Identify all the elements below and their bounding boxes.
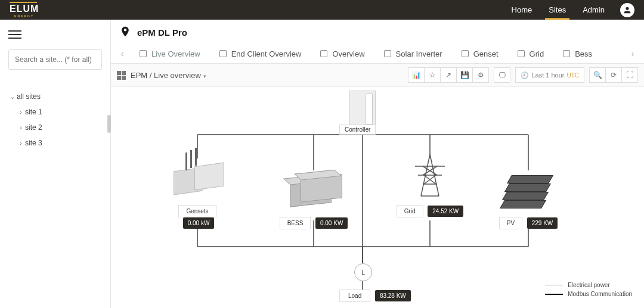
tabs-next[interactable]: › [625, 44, 640, 63]
tree-item-site-3[interactable]: › site 3 [6, 135, 104, 151]
save-button[interactable]: 💾 [456, 67, 473, 83]
dashboard-toolbar: EPM / Live overview▾ 📊 ☆ ↗ 💾 ⚙ 🖵 🕘 Last … [111, 64, 644, 87]
checkbox-icon [563, 50, 570, 57]
load-readout: Load 83.28 KW [339, 290, 411, 302]
controller-device [349, 91, 376, 125]
checkbox-icon [219, 50, 227, 57]
load-symbol: L [354, 263, 372, 281]
asset-pv: PV 229 KW [493, 163, 564, 229]
pv-value: 229 KW [527, 217, 558, 229]
chevron-right-icon: › [17, 125, 25, 131]
diagram-legend: Electrical power Modbus Communication [545, 282, 632, 300]
top-navbar: ELUMENERGY Home Sites Admin [0, 0, 644, 20]
checkbox-icon [320, 50, 327, 57]
checkbox-icon [462, 50, 469, 57]
tab-genset[interactable]: Genset [452, 45, 508, 63]
nav-home[interactable]: Home [503, 0, 541, 20]
grid-label: Grid [397, 205, 423, 217]
tree-item-label: site 2 [25, 123, 42, 132]
checkbox-icon [518, 50, 525, 57]
breadcrumb[interactable]: EPM / Live overview▾ [131, 71, 206, 80]
tree-item-site-2[interactable]: › site 2 [6, 120, 104, 135]
page-title: ePM DL Pro [137, 27, 187, 38]
time-range-picker[interactable]: 🕘 Last 1 hour UTC [515, 67, 584, 83]
legend-swatch-electrical [545, 285, 563, 285]
tab-bess[interactable]: Bess [553, 45, 602, 63]
share-button[interactable]: ↗ [440, 67, 457, 83]
tab-grid[interactable]: Grid [508, 45, 554, 63]
brand-logo: ELUMENERGY [10, 2, 39, 18]
site-search[interactable] [8, 49, 102, 70]
single-line-diagram: Controller Gensets 0.00 kW BESS 0.00 KW [111, 87, 644, 308]
sidebar: ⌄ all sites › site 1 › site 2 › site 3 [0, 20, 111, 308]
tab-live-overview[interactable]: Live Overview [130, 45, 210, 63]
title-bar: ePM DL Pro [111, 20, 644, 44]
dashboard-grid-icon [117, 71, 126, 80]
tab-solar-inverter[interactable]: Solar Inverter [374, 45, 452, 63]
tree-root-label: all sites [17, 92, 41, 101]
star-button[interactable]: ☆ [424, 67, 441, 83]
person-icon [623, 5, 632, 15]
tab-end-client-overview[interactable]: End Client Overview [210, 45, 311, 63]
gensets-icon [168, 151, 227, 199]
chevron-down-icon: ⌄ [8, 94, 17, 100]
add-panel-button[interactable]: 📊 [408, 67, 425, 83]
asset-bess: BESS 0.00 KW [278, 163, 349, 229]
refresh-button[interactable]: ⟳ [605, 67, 622, 83]
tabs-prev[interactable]: ‹ [114, 44, 130, 63]
chevron-right-icon: › [17, 140, 25, 147]
grid-value: 24.52 KW [428, 206, 463, 217]
bess-label: BESS [280, 217, 311, 229]
tree-item-label: site 1 [25, 108, 42, 116]
bess-icon [284, 163, 343, 211]
settings-button[interactable]: ⚙ [472, 67, 489, 83]
tree-item-site-1[interactable]: › site 1 [6, 104, 104, 120]
controller-label: Controller [339, 125, 376, 135]
clock-icon: 🕘 [521, 71, 529, 79]
solar-panel-icon [499, 163, 558, 211]
asset-gensets: Gensets 0.00 kW [162, 151, 233, 229]
gensets-value: 0.00 kW [183, 217, 215, 229]
nav-admin[interactable]: Admin [574, 0, 613, 20]
zoom-out-button[interactable]: 🔍 [589, 67, 606, 83]
legend-swatch-modbus [545, 294, 563, 295]
asset-grid: Grid 24.52 KW [394, 151, 466, 217]
cycle-view-button[interactable]: 🖵 [494, 67, 510, 83]
site-tree: ⌄ all sites › site 1 › site 2 › site 3 [6, 89, 104, 151]
checkbox-icon [140, 50, 147, 57]
hamburger-button[interactable] [0, 20, 110, 41]
tab-overview[interactable]: Overview [311, 45, 374, 63]
pv-label: PV [499, 217, 522, 229]
tab-strip: ‹ Live Overview End Client Overview Over… [111, 44, 644, 64]
transmission-tower-icon [406, 151, 454, 199]
gensets-label: Gensets [178, 205, 216, 217]
search-input[interactable] [9, 50, 101, 69]
load-value: 83.28 KW [375, 290, 411, 301]
load-label: Load [339, 290, 370, 302]
checkbox-icon [384, 50, 391, 57]
location-pin-icon [119, 26, 131, 39]
fullscreen-button[interactable]: ⛶ [621, 67, 638, 83]
chevron-right-icon: › [17, 109, 25, 116]
tree-root-all-sites[interactable]: ⌄ all sites [6, 89, 104, 104]
tree-item-label: site 3 [25, 139, 42, 147]
nav-sites[interactable]: Sites [540, 0, 574, 20]
bess-value: 0.00 KW [315, 217, 348, 229]
main-panel: ePM DL Pro ‹ Live Overview End Client Ov… [111, 20, 644, 308]
user-avatar[interactable] [620, 3, 634, 17]
